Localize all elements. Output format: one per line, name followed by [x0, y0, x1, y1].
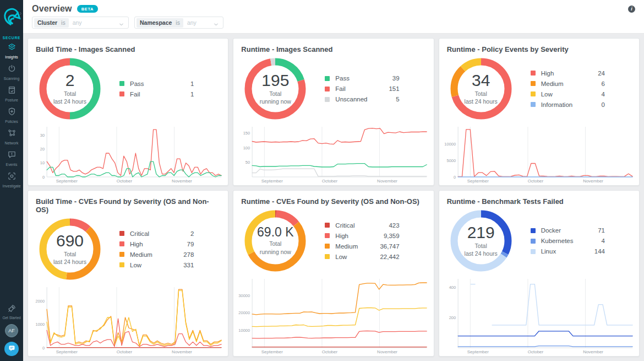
legend-label: Medium — [541, 80, 564, 87]
card-title: Runtime - CVEs Found by Severity (OS and… — [241, 197, 425, 206]
filter-cluster[interactable]: Cluster isany — [32, 17, 129, 29]
focus-icon — [7, 171, 17, 183]
legend-label: High — [335, 233, 348, 239]
sidebar-item-scanning[interactable]: Scanning — [0, 61, 23, 83]
legend-row-information[interactable]: Information0 — [531, 99, 605, 110]
legend-row-fail[interactable]: Fail151 — [325, 84, 399, 94]
svg-text:November: November — [172, 179, 192, 184]
svg-text:0: 0 — [42, 346, 45, 351]
sidebar-item-label: Insights — [5, 55, 18, 59]
legend-swatch — [531, 71, 536, 76]
get-started-item[interactable]: Get Started — [2, 304, 20, 320]
sidebar-expand-chevron-icon[interactable] — [18, 8, 23, 13]
legend-row-critical[interactable]: Critical2 — [119, 228, 194, 239]
card-summary: 195Totalrunning nowPass39Fail151Unscanne… — [233, 55, 433, 122]
legend-row-unscanned[interactable]: Unscanned5 — [325, 94, 399, 105]
legend-row-high[interactable]: High79 — [119, 239, 194, 249]
legend-value: 9,359 — [384, 233, 400, 239]
chevron-down-icon — [213, 20, 219, 26]
legend-row-pass[interactable]: Pass1 — [119, 78, 194, 89]
legend-label: Medium — [130, 251, 152, 258]
filter-field-label: Cluster — [37, 19, 59, 26]
legend: Critical423High9,359Medium36,747Low22,44… — [325, 220, 425, 262]
donut-center: 34Totallast 24 hours — [450, 58, 512, 120]
donut-total: 2 — [66, 72, 75, 89]
sidebar-item-investigate[interactable]: Investigate — [0, 169, 23, 190]
svg-text:50: 50 — [245, 160, 250, 165]
filter-namespace[interactable]: Namespace isany — [134, 17, 223, 29]
legend-row-medium[interactable]: Medium6 — [531, 78, 605, 89]
brand-label: SECURE — [0, 36, 23, 40]
svg-text:September: September — [261, 179, 283, 184]
donut-chart: 2Totallast 24 hours — [39, 58, 101, 120]
card-title: Build Time - CVEs Found by Severity (OS … — [36, 197, 220, 214]
user-avatar[interactable]: AF — [5, 324, 18, 337]
legend-swatch — [325, 254, 330, 259]
legend-row-medium[interactable]: Medium36,747 — [325, 241, 399, 251]
donut-caption-1: Total — [475, 242, 487, 250]
sidebar-item-network[interactable]: Network — [0, 126, 23, 147]
donut-caption-2: last 24 hours — [53, 98, 86, 105]
filter-bar: Cluster isanyNamespace isany — [23, 14, 644, 34]
card-title: Build Time - Images Scanned — [36, 45, 220, 53]
donut-center: 2Totallast 24 hours — [39, 58, 101, 120]
trend-chart: SeptemberOctoberNovember0500010000 — [443, 124, 635, 184]
donut-center: 690Totallast 24 hours — [39, 218, 101, 280]
legend-row-low[interactable]: Low22,442 — [325, 251, 399, 262]
legend-row-pass[interactable]: Pass39 — [325, 73, 399, 84]
legend-row-kubernetes[interactable]: Kubernetes4 — [531, 236, 605, 246]
legend-label: Critical — [130, 230, 149, 237]
svg-text:October: October — [322, 349, 338, 354]
sidebar-logo[interactable]: SECURE — [0, 0, 23, 35]
card-summary: 690Totallast 24 hoursCritical2High79Medi… — [28, 215, 228, 282]
svg-text:October: October — [322, 179, 338, 184]
trend-chart: SeptemberOctoberNovember010002000 — [31, 284, 223, 355]
sidebar-item-posture[interactable]: Posture — [0, 83, 23, 104]
svg-text:400: 400 — [449, 285, 456, 290]
donut-center: 195Totalrunning now — [244, 58, 306, 120]
card-runtime-benchmark-tests-failed: Runtime - Benchmark Tests Failed219Total… — [439, 190, 640, 357]
sidebar-item-label: Scanning — [4, 77, 19, 80]
legend-row-low[interactable]: Low4 — [531, 89, 605, 99]
legend-label: Unscanned — [335, 96, 367, 103]
legend-label: Linux — [541, 248, 556, 255]
donut-caption-1: Total — [64, 250, 76, 258]
legend-row-high[interactable]: High9,359 — [325, 230, 399, 241]
legend-swatch — [531, 102, 536, 107]
legend-row-high[interactable]: High24 — [531, 68, 605, 78]
card-build-time-images-scanned: Build Time - Images Scanned2Totallast 24… — [28, 38, 228, 186]
legend-row-linux[interactable]: Linux144 — [531, 246, 605, 257]
chevron-down-icon — [118, 20, 124, 26]
svg-text:September: September — [56, 179, 78, 184]
legend-row-fail[interactable]: Fail1 — [119, 89, 194, 99]
legend-swatch — [119, 262, 124, 267]
legend-swatch — [325, 76, 330, 81]
donut-chart: 219Totallast 24 hours — [450, 210, 512, 272]
legend-swatch — [325, 223, 330, 228]
legend-row-docker[interactable]: Docker71 — [531, 225, 605, 236]
legend-swatch — [531, 81, 536, 86]
legend-swatch — [119, 81, 124, 86]
info-icon[interactable]: i — [628, 6, 635, 13]
donut-chart: 195Totalrunning now — [244, 58, 306, 120]
sidebar-item-insights[interactable]: Insights — [0, 40, 23, 61]
svg-text:November: November — [583, 179, 603, 184]
svg-text:September: September — [261, 349, 283, 354]
legend-label: Pass — [335, 75, 350, 82]
donut-total: 219 — [467, 224, 495, 241]
legend-row-low[interactable]: Low331 — [119, 260, 194, 270]
sidebar-item-policies[interactable]: Policies — [0, 104, 23, 126]
sidebar-item-events[interactable]: Events — [0, 147, 23, 169]
chat-button[interactable] — [4, 342, 19, 356]
donut-total: 195 — [261, 72, 289, 89]
legend-label: Low — [335, 254, 347, 260]
chat-alert-icon — [7, 150, 17, 161]
card-title: Runtime - Benchmark Tests Failed — [447, 197, 631, 206]
line-chart-svg: SeptemberOctoberNovember0500010000 — [443, 124, 635, 184]
clipboard-check-icon — [7, 85, 17, 97]
line-chart-svg: SeptemberOctoberNovember200400 — [443, 276, 635, 355]
legend-value: 331 — [183, 262, 194, 268]
legend-value: 278 — [183, 251, 194, 258]
legend-row-critical[interactable]: Critical423 — [325, 220, 399, 230]
legend-row-medium[interactable]: Medium278 — [119, 249, 194, 260]
